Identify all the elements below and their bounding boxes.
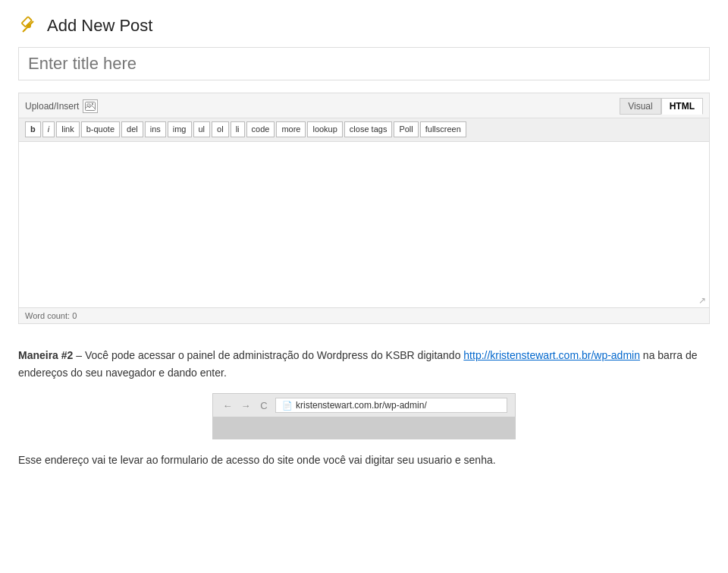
browser-url-box: 📄 kristenstewart.com.br/wp-admin/ (275, 398, 507, 413)
browser-bar: ← → C 📄 kristenstewart.com.br/wp-admin/ (212, 393, 516, 417)
word-count-value: 0 (72, 311, 77, 320)
toolbar-lookup[interactable]: lookup (307, 121, 342, 137)
editor-area[interactable] (19, 142, 709, 294)
svg-point-6 (92, 103, 93, 105)
toolbar-del[interactable]: del (121, 121, 143, 137)
format-toolbar: b i link b-quote del ins img ul ol li co… (19, 118, 709, 142)
toolbar-ol[interactable]: ol (212, 121, 229, 137)
toolbar-fullscreen[interactable]: fullscreen (420, 121, 466, 137)
editor-wrapper: Upload/Insert Visual HTML b i link b-quo… (18, 93, 710, 324)
pushpin-icon (18, 15, 39, 36)
toolbar-close-tags[interactable]: close tags (344, 121, 393, 137)
toolbar-ul[interactable]: ul (193, 121, 211, 137)
toolbar-link[interactable]: link (56, 121, 80, 137)
editor-toolbar-top: Upload/Insert Visual HTML (19, 93, 709, 118)
page-icon: 📄 (282, 401, 293, 411)
svg-line-3 (23, 30, 25, 32)
paragraph1-link[interactable]: http://kristenstewart.com.br/wp-admin (463, 349, 640, 361)
paragraph1: Maneira #2 – Você pode acessar o painel … (18, 347, 710, 381)
upload-insert-button[interactable]: Upload/Insert (25, 99, 98, 113)
svg-point-2 (27, 24, 31, 28)
resize-icon: ↗ (698, 295, 706, 306)
browser-refresh-button[interactable]: C (257, 398, 271, 412)
word-count-label: Word count: (25, 311, 70, 320)
toolbar-li[interactable]: li (231, 121, 245, 137)
page-title-row: Add New Post (18, 15, 710, 36)
paragraph2: Esse endereço vai te levar ao formulario… (18, 452, 710, 468)
post-title-input[interactable] (18, 47, 710, 80)
toolbar-bold[interactable]: b (25, 121, 41, 137)
browser-back-button[interactable]: ← (221, 398, 234, 412)
media-upload-icon (83, 99, 98, 113)
browser-content-area (212, 417, 516, 439)
svg-rect-5 (87, 104, 90, 106)
toolbar-bquote[interactable]: b-quote (81, 121, 120, 137)
toolbar-code[interactable]: code (246, 121, 275, 137)
view-tabs: Visual HTML (620, 98, 703, 115)
paragraph1-bold: Maneira #2 (18, 349, 73, 361)
browser-url-text: kristenstewart.com.br/wp-admin/ (296, 400, 427, 411)
page-title: Add New Post (47, 16, 152, 36)
word-count-bar: Word count: 0 (19, 307, 709, 323)
paragraph1-text1: – Você pode acessar o painel de administ… (73, 349, 463, 361)
browser-mockup: ← → C 📄 kristenstewart.com.br/wp-admin/ (212, 393, 516, 439)
tab-html[interactable]: HTML (661, 98, 703, 115)
toolbar-img[interactable]: img (168, 121, 192, 137)
toolbar-poll[interactable]: Poll (394, 121, 418, 137)
editor-resize-handle: ↗ (19, 294, 709, 307)
tab-visual[interactable]: Visual (620, 98, 661, 115)
toolbar-ins[interactable]: ins (145, 121, 166, 137)
browser-forward-button[interactable]: → (239, 398, 253, 412)
toolbar-more[interactable]: more (276, 121, 306, 137)
upload-insert-label: Upload/Insert (25, 101, 79, 112)
content-section: Maneira #2 – Você pode acessar o painel … (18, 347, 710, 468)
toolbar-italic[interactable]: i (42, 121, 55, 137)
